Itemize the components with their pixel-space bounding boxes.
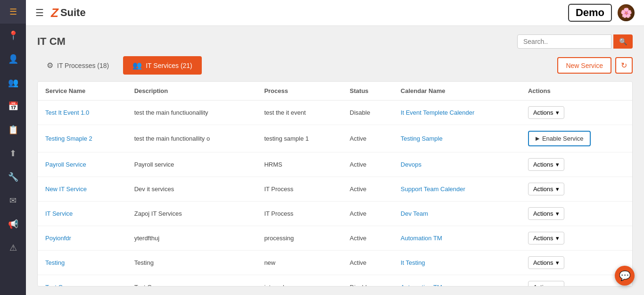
enable-service-button[interactable]: ▶ Enable Service xyxy=(528,131,591,146)
calendar-link-5[interactable]: Automation TM xyxy=(401,235,442,242)
cell-actions-2: Actions ▾ xyxy=(520,152,632,177)
service-link-0[interactable]: Test It Event 1.0 xyxy=(45,109,89,116)
col-status: Status xyxy=(342,82,393,101)
col-process: Process xyxy=(256,82,342,101)
chevron-down-icon: ▾ xyxy=(556,284,559,287)
status-badge-0: Disable xyxy=(350,108,370,117)
top-header: ☰ Z Suite Demo 🌸 xyxy=(26,0,644,26)
it-processes-icon: ⚙ xyxy=(47,61,53,70)
cell-calendar-2: Devops xyxy=(393,152,520,177)
nav-icon-menu[interactable]: ☰ xyxy=(0,0,26,24)
status-badge-4: Active xyxy=(350,209,366,218)
nav-icon-user[interactable]: 👤 xyxy=(0,47,26,71)
service-link-1[interactable]: Testing Smaple 2 xyxy=(45,135,92,142)
actions-dropdown-7[interactable]: Actions ▾ xyxy=(528,281,564,287)
cell-service-name-5: Poyionfdr xyxy=(38,226,127,251)
logo-suite-text: Suite xyxy=(60,7,86,19)
cell-description-3: Dev it services xyxy=(127,177,257,202)
table-row: Poyionfdr yterdfthuj processing Active A… xyxy=(38,226,632,251)
cell-service-name-3: New IT Service xyxy=(38,177,127,202)
calendar-link-1[interactable]: Testing Sample xyxy=(401,135,443,142)
cell-description-1: test the main functionallity o xyxy=(127,125,257,152)
nav-icon-calendar[interactable]: 📅 xyxy=(0,94,26,118)
cell-description-2: Payroll service xyxy=(127,152,257,177)
service-link-2[interactable]: Payroll Service xyxy=(45,161,86,168)
refresh-button[interactable]: ↻ xyxy=(615,57,633,74)
content-area: IT CM 🔍 ⚙ IT Processes (18) 👥 IT Service… xyxy=(26,26,644,295)
nav-icon-location[interactable]: 📍 xyxy=(0,24,26,47)
nav-icon-megaphone[interactable]: 📢 xyxy=(0,212,26,236)
cell-actions-4: Actions ▾ xyxy=(520,202,632,226)
status-badge-1: Active xyxy=(350,134,366,143)
service-link-5[interactable]: Poyionfdr xyxy=(45,235,71,242)
nav-icon-warning[interactable]: ⚠ xyxy=(0,236,26,260)
nav-icon-mail[interactable]: ✉ xyxy=(0,189,26,212)
table-row: IT Service Zapoj IT Services IT Process … xyxy=(38,202,632,226)
search-input[interactable] xyxy=(517,34,611,49)
cell-actions-5: Actions ▾ xyxy=(520,226,632,251)
actions-dropdown-4[interactable]: Actions ▾ xyxy=(528,207,564,220)
service-link-6[interactable]: Testing xyxy=(45,259,65,266)
status-badge-7: Disable xyxy=(350,283,370,287)
status-badge-5: Active xyxy=(350,234,366,243)
cell-calendar-3: Support Team Calender xyxy=(393,177,520,202)
actions-dropdown-6[interactable]: Actions ▾ xyxy=(528,256,564,269)
page-title-row: IT CM 🔍 xyxy=(37,34,633,49)
tab-it-processes[interactable]: ⚙ IT Processes (18) xyxy=(37,56,118,75)
header-right: Demo 🌸 xyxy=(568,4,635,22)
calendar-link-3[interactable]: Support Team Calender xyxy=(401,185,465,193)
cell-process-1: testing sample 1 xyxy=(256,125,342,152)
cell-process-6: new xyxy=(256,251,342,275)
new-service-button[interactable]: New Service xyxy=(557,57,611,74)
actions-dropdown-0[interactable]: Actions ▾ xyxy=(528,106,564,119)
tab-it-services[interactable]: 👥 IT Services (21) xyxy=(123,56,202,75)
table-row: Testing Testing new Active It Testing Ac… xyxy=(38,251,632,275)
cell-calendar-1: Testing Sample xyxy=(393,125,520,152)
avatar[interactable]: 🌸 xyxy=(618,4,635,21)
nav-icon-users[interactable]: 👥 xyxy=(0,71,26,94)
status-badge-2: Active xyxy=(350,160,366,169)
service-link-7[interactable]: Test Cases xyxy=(45,284,75,287)
cell-status-7: Disable xyxy=(342,275,393,287)
chat-bubble[interactable]: 💬 xyxy=(615,266,635,286)
cell-process-0: test the it event xyxy=(256,101,342,125)
table-row: New IT Service Dev it services IT Proces… xyxy=(38,177,632,202)
demo-button[interactable]: Demo xyxy=(568,4,612,22)
service-link-4[interactable]: IT Service xyxy=(45,210,73,217)
nav-icon-clipboard[interactable]: 📋 xyxy=(0,118,26,142)
table-row: Test Cases Test Cases integral process D… xyxy=(38,275,632,287)
nav-icon-tools[interactable]: 🔧 xyxy=(0,165,26,189)
actions-dropdown-2[interactable]: Actions ▾ xyxy=(528,158,564,171)
table-header-row: Service Name Description Process Status … xyxy=(38,82,632,101)
it-services-icon: 👥 xyxy=(132,61,142,70)
search-button[interactable]: 🔍 xyxy=(613,34,633,49)
chevron-down-icon: ▾ xyxy=(556,235,559,242)
cell-description-4: Zapoj IT Services xyxy=(127,202,257,226)
col-service-name: Service Name xyxy=(38,82,127,101)
logo-z-icon: Z xyxy=(51,6,58,20)
actions-dropdown-3[interactable]: Actions ▾ xyxy=(528,183,564,195)
cell-status-2: Active xyxy=(342,152,393,177)
nav-icon-upload[interactable]: ⬆ xyxy=(0,142,26,165)
tab-it-services-label: IT Services (21) xyxy=(146,62,192,69)
actions-dropdown-5[interactable]: Actions ▾ xyxy=(528,232,564,244)
calendar-link-0[interactable]: It Event Templete Calender xyxy=(401,109,475,116)
status-badge-6: Active xyxy=(350,258,366,267)
cell-service-name-0: Test It Event 1.0 xyxy=(38,101,127,125)
table-row: Test It Event 1.0 test the main functiuo… xyxy=(38,101,632,125)
tab-it-processes-label: IT Processes (18) xyxy=(57,62,109,69)
tab-bar: ⚙ IT Processes (18) 👥 IT Services (21) N… xyxy=(37,56,633,75)
cell-status-4: Active xyxy=(342,202,393,226)
service-link-3[interactable]: New IT Service xyxy=(45,185,87,193)
calendar-link-6[interactable]: It Testing xyxy=(401,259,425,266)
cell-calendar-0: It Event Templete Calender xyxy=(393,101,520,125)
cell-process-2: HRMS xyxy=(256,152,342,177)
calendar-link-2[interactable]: Devops xyxy=(401,161,421,168)
hamburger-icon[interactable]: ☰ xyxy=(35,7,44,18)
cell-service-name-1: Testing Smaple 2 xyxy=(38,125,127,152)
calendar-link-7[interactable]: Automation TM xyxy=(401,284,442,287)
cell-calendar-5: Automation TM xyxy=(393,226,520,251)
cell-process-7: integral process xyxy=(256,275,342,287)
calendar-link-4[interactable]: Dev Team xyxy=(401,210,428,217)
cell-description-6: Testing xyxy=(127,251,257,275)
